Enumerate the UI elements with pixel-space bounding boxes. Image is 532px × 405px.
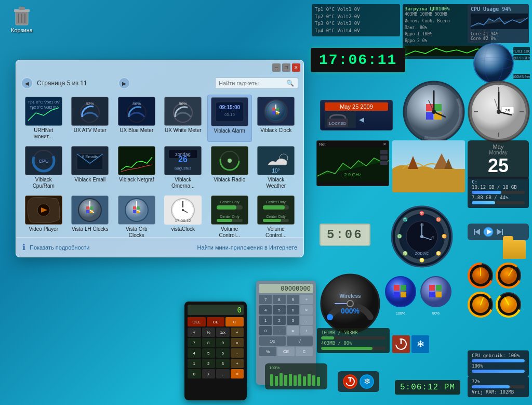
svg-marker-143 xyxy=(475,229,480,235)
window-minimize-button[interactable]: ─ xyxy=(272,63,281,72)
gadget-omerna[interactable]: zondag 26 augustus Viblack Omerna... xyxy=(161,144,206,191)
black-calc-3[interactable]: 3 xyxy=(216,359,230,368)
volume-knob4[interactable] xyxy=(496,292,522,318)
black-calc-sub[interactable]: - xyxy=(231,348,244,358)
svg-text:Tp1 0°C Volt1 0V: Tp1 0°C Volt1 0V xyxy=(28,100,60,104)
gadget-vista-orb[interactable]: Vista Orb Clocks xyxy=(114,193,159,241)
black-calc-eq[interactable]: = xyxy=(231,369,244,378)
gadget-weather[interactable]: 10° Viblack Weather xyxy=(254,144,299,191)
gadget-radio[interactable]: Viblack Radio xyxy=(207,144,252,191)
net-graph-control3[interactable] xyxy=(380,161,388,165)
svg-text:100MB free: 100MB free xyxy=(512,75,530,79)
window-close-button[interactable]: ✕ xyxy=(292,63,300,72)
grey-calc-3[interactable]: 3 xyxy=(287,316,299,325)
black-calc-1[interactable]: 1 xyxy=(188,359,201,368)
page-indicator: Страница 5 из 11 xyxy=(37,80,114,87)
black-calc-2[interactable]: 2 xyxy=(202,359,216,368)
grey-calc-5[interactable]: 5 xyxy=(273,305,285,315)
gadget-netgraf[interactable]: Viblack Netgraf xyxy=(114,144,159,191)
gadget-ublue[interactable]: 86% UX Blue Meter xyxy=(114,95,159,142)
black-calc-inv[interactable]: 1/x xyxy=(216,328,230,337)
grey-calc-mul[interactable]: × xyxy=(300,305,313,315)
gadget-vistaclock[interactable]: 17:06:12 vistaClock xyxy=(161,193,206,241)
cpu-gebruik-bar2 xyxy=(472,370,525,373)
next-track-icon[interactable] xyxy=(496,228,504,236)
black-calc-5[interactable]: 5 xyxy=(202,348,216,358)
gadget-email[interactable]: 8 Emails Viblack Email xyxy=(68,144,113,191)
next-page-button[interactable]: ▶ xyxy=(118,77,130,89)
black-calc-pct[interactable]: % xyxy=(202,328,216,337)
black-calc-dot[interactable]: . xyxy=(216,369,230,378)
black-calc-6[interactable]: 6 xyxy=(216,348,230,358)
svg-text:25: 25 xyxy=(505,108,510,113)
black-calc-8[interactable]: 8 xyxy=(202,338,216,347)
window-maximize-button[interactable]: □ xyxy=(282,63,290,72)
snowflake-button[interactable]: ❄ xyxy=(360,374,374,389)
grey-calc-eq[interactable]: = xyxy=(287,326,299,335)
svg-point-114 xyxy=(497,110,501,114)
gadget-urhnet[interactable]: Tp1 0°C Volt1 0V Tp2 0°C Volt2 0V URHNet… xyxy=(21,95,66,142)
gadget-volume-ctrl2[interactable]: Center Only Center Only Volume Control..… xyxy=(254,193,299,241)
grey-calc-sqrt[interactable]: √ xyxy=(287,336,313,346)
gadget-viblack-clock[interactable]: Viblack Clock xyxy=(254,95,299,142)
grey-calc-0[interactable]: 0 xyxy=(259,326,272,335)
black-calc-del[interactable]: DEL xyxy=(188,317,206,326)
gadget-volume-ctrl1[interactable]: Center Only Center Only Volume Control..… xyxy=(207,193,252,241)
gadget-cpu-ram[interactable]: CPU Viblack Cpu/Ram xyxy=(21,144,66,191)
prev-track-icon[interactable] xyxy=(473,228,481,236)
black-calc-0[interactable]: 0 xyxy=(188,369,201,378)
vista-orb-button1[interactable]: 100% xyxy=(384,276,417,308)
folder-widget[interactable] xyxy=(503,240,526,259)
grey-calc-6[interactable]: 6 xyxy=(287,305,299,315)
grey-calc-2[interactable]: 2 xyxy=(273,316,285,325)
black-calc-9[interactable]: 9 xyxy=(216,338,230,347)
black-calc-div[interactable]: ÷ xyxy=(231,328,244,337)
volume-knob2[interactable] xyxy=(496,263,522,289)
grey-calc-7[interactable]: 7 xyxy=(259,295,272,304)
black-calc-7[interactable]: 7 xyxy=(188,338,201,347)
show-details-link[interactable]: Показать подробности xyxy=(30,244,89,251)
grey-calc-sub[interactable]: - xyxy=(300,316,313,325)
vista-orb-button2[interactable]: 80% xyxy=(420,276,452,308)
svg-rect-173 xyxy=(303,376,306,386)
grey-calc-c[interactable]: C xyxy=(296,347,313,356)
black-calc-ce[interactable]: CE xyxy=(207,317,225,326)
recycle-bin-icon[interactable]: Корзина xyxy=(5,5,38,33)
black-calc-c[interactable]: C xyxy=(225,317,244,326)
power-off-button[interactable] xyxy=(343,374,357,389)
gadget-search-input[interactable] xyxy=(219,80,286,86)
svg-text:82%: 82% xyxy=(86,101,94,106)
grey-calc-dot[interactable]: . xyxy=(273,326,285,335)
gadget-vista-lh[interactable]: Vista LH Clocks xyxy=(68,193,113,241)
grey-calc-8[interactable]: 8 xyxy=(273,295,285,304)
shutdown-snowflake-btn[interactable]: ❄ xyxy=(411,335,429,353)
volume-knob3[interactable] xyxy=(468,292,494,318)
volume-knob1[interactable] xyxy=(468,263,494,289)
grey-calc-pct[interactable]: % xyxy=(259,347,276,356)
gadget-video-player[interactable]: Video Player xyxy=(21,193,66,241)
black-calc-add[interactable]: + xyxy=(231,359,244,368)
net-graph-control1[interactable] xyxy=(380,150,388,154)
black-calc-sqrt[interactable]: √ xyxy=(188,328,201,337)
grey-calc-div[interactable]: ÷ xyxy=(300,295,313,304)
grey-calc-4[interactable]: 4 xyxy=(259,305,272,315)
prev-page-button[interactable]: ◀ xyxy=(21,77,33,89)
gadget-search-box[interactable]: 🔍 xyxy=(215,77,298,89)
play-button-icon[interactable] xyxy=(483,227,494,237)
find-online-link[interactable]: Найти мини-приложения в Интернете xyxy=(197,244,297,251)
black-calc-pm[interactable]: ± xyxy=(202,369,216,378)
grey-calc-inv[interactable]: 1/x xyxy=(259,336,286,346)
black-calc-4[interactable]: 4 xyxy=(188,348,201,358)
cpu-usage-panel: CPU Usage 94% Core #1 94% Core #2 0% xyxy=(468,4,529,43)
gadget-uwhite[interactable]: 86% UX White Meter xyxy=(161,95,206,142)
shutdown-power-btn[interactable] xyxy=(392,335,410,353)
net-graph-control2[interactable] xyxy=(380,155,388,160)
grey-calc-1[interactable]: 1 xyxy=(259,316,272,325)
grey-calc-add[interactable]: + xyxy=(300,326,313,335)
gadget-uatv[interactable]: 82% UX ATV Meter xyxy=(68,95,113,142)
grey-calc-ce[interactable]: CE xyxy=(277,347,295,356)
black-calc-mul[interactable]: × xyxy=(231,338,244,347)
svg-rect-71 xyxy=(217,219,232,222)
gadget-viblack-alarm[interactable]: 09:15:00 05:15 Viblack Alarm xyxy=(207,95,252,142)
grey-calc-9[interactable]: 9 xyxy=(287,295,299,304)
